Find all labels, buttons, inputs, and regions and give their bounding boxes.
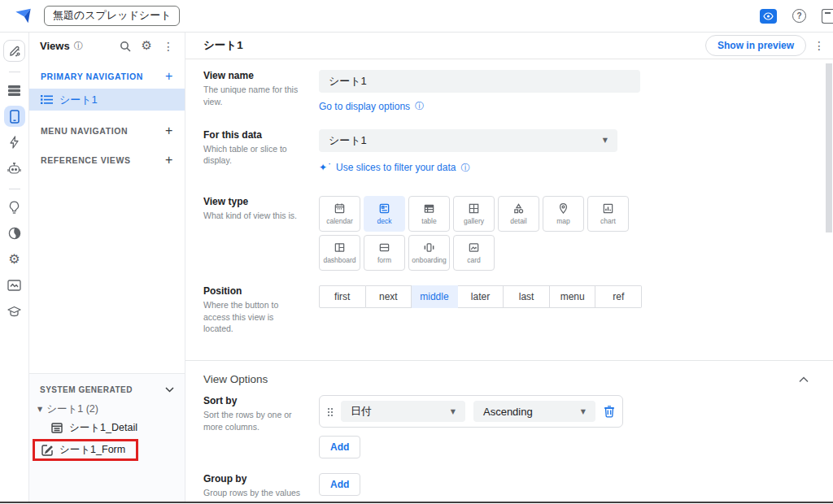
display-options-link-label: Go to display options [319, 101, 410, 112]
view-options-header[interactable]: View Options [203, 373, 833, 385]
info-icon[interactable]: ⓘ [415, 100, 424, 112]
annotation-red-box: シート1_Form [33, 439, 138, 461]
view-name-desc: The unique name for this view. [203, 84, 304, 107]
document-title[interactable]: 無題のスプレッドシート [44, 6, 180, 26]
view-settings-form: View name The unique name for this view.… [185, 59, 833, 502]
add-primary-view-button[interactable]: + [165, 69, 173, 84]
view-name-input[interactable] [319, 70, 640, 93]
for-data-select[interactable]: シート1 ▼ [319, 129, 617, 152]
position-middle[interactable]: middle [412, 285, 458, 308]
system-generated-header[interactable]: SYSTEM GENERATED [29, 381, 185, 398]
system-group-label: シート1 (2) [46, 402, 98, 416]
position-first[interactable]: first [319, 285, 366, 308]
tile-label: detail [510, 217, 526, 225]
gear-icon[interactable]: ⚙ [142, 40, 152, 52]
add-menu-view-button[interactable]: + [165, 124, 173, 138]
add-sort-button[interactable]: Add [319, 436, 360, 458]
view-type-deck[interactable]: deck [364, 196, 405, 232]
section-divider [185, 360, 833, 361]
position-next[interactable]: next [366, 285, 412, 308]
show-in-preview-button[interactable]: Show in preview [705, 35, 806, 56]
add-group-button[interactable]: Add [319, 473, 360, 496]
view-type-dashboard[interactable]: dashboard [319, 235, 360, 271]
caret-down-icon: ▼ [451, 408, 456, 415]
launch-icon[interactable] [3, 40, 25, 62]
position-segmented-control: first next middle later last menu ref [319, 285, 642, 308]
sidebar-item-label: シート1 [59, 93, 98, 107]
position-row: Position Where the button to access this… [203, 285, 833, 335]
add-reference-view-button[interactable]: + [165, 153, 173, 167]
help-icon[interactable]: ? [792, 9, 806, 23]
info-icon[interactable]: ⓘ [460, 162, 469, 174]
idea-bulb-icon[interactable] [4, 197, 25, 218]
reference-views-header[interactable]: REFERENCE VIEWS + [29, 150, 185, 170]
system-generated-panel: SYSTEM GENERATED ▼ シート1 (2) シート1_Detail [29, 373, 185, 502]
view-type-onboarding[interactable]: onboarding [408, 235, 450, 271]
scrollbar-thumb[interactable] [826, 63, 832, 232]
tile-label: card [467, 256, 481, 264]
clipped-icon[interactable] [822, 9, 833, 24]
view-type-map[interactable]: map [543, 196, 584, 232]
preview-eye-icon[interactable] [760, 9, 777, 24]
tile-label: chart [600, 217, 616, 225]
info-icon[interactable]: ⓘ [74, 40, 83, 52]
dashboard-icon [334, 241, 346, 254]
view-type-calendar[interactable]: calendar [319, 196, 360, 232]
caret-down-icon: ▼ [603, 137, 608, 144]
kebab-icon[interactable]: ⋮ [813, 39, 825, 52]
view-type-detail[interactable]: detail [498, 196, 539, 232]
learn-graduation-icon[interactable] [4, 301, 25, 322]
sidebar-header-actions: ⚙ ⋮ [120, 40, 174, 53]
sort-order-select[interactable]: Ascending ▼ [473, 401, 595, 422]
tile-label: gallery [464, 217, 484, 225]
position-ref[interactable]: ref [595, 285, 642, 308]
sort-by-label: Sort by [203, 395, 304, 406]
search-icon[interactable] [120, 41, 131, 52]
view-type-gallery[interactable]: gallery [453, 196, 495, 232]
use-slices-link-label: Use slices to filter your data [336, 162, 456, 173]
sidebar-item-sheet1-form[interactable]: シート1_Form [59, 443, 125, 457]
delete-sort-icon[interactable] [604, 405, 615, 418]
use-slices-link[interactable]: ✦˙ Use slices to filter your data ⓘ [319, 162, 469, 174]
view-type-chart[interactable]: chart [587, 196, 629, 232]
sort-column-select[interactable]: 日付 ▼ [341, 401, 465, 422]
detail-icon [512, 202, 525, 215]
primary-navigation-label: PRIMARY NAVIGATION [41, 72, 143, 81]
display-options-link[interactable]: Go to display options ⓘ [319, 100, 424, 112]
system-group-sheet1[interactable]: ▼ シート1 (2) [29, 400, 185, 418]
group-by-row: Group by Group rows by the values in one… [203, 473, 833, 502]
globe-icon[interactable] [4, 223, 25, 244]
data-icon[interactable] [4, 80, 25, 101]
primary-navigation-header[interactable]: PRIMARY NAVIGATION + [29, 67, 185, 86]
sidebar-item-sheet1[interactable]: シート1 [29, 89, 185, 111]
app-phone-icon[interactable] [4, 106, 25, 127]
position-menu[interactable]: menu [550, 285, 596, 308]
kebab-icon[interactable]: ⋮ [163, 40, 174, 53]
sort-column-value: 日付 [351, 404, 372, 419]
main-panel: シート1 Show in preview ⋮ View name The uni… [185, 33, 833, 502]
tile-label: form [377, 256, 391, 264]
view-type-form[interactable]: form [364, 235, 405, 271]
view-type-table[interactable]: table [408, 196, 450, 232]
drag-handle-icon[interactable] [327, 407, 333, 416]
views-sidebar: Views ⓘ ⚙ ⋮ PRIMARY NAVIGATION + シート [29, 33, 185, 502]
media-icon[interactable] [4, 275, 25, 296]
view-type-card[interactable]: card [453, 235, 495, 271]
chevron-down-icon[interactable] [165, 387, 174, 393]
expand-triangle-icon[interactable]: ▼ [37, 406, 42, 413]
calendar-icon [334, 202, 346, 215]
position-later[interactable]: later [458, 285, 504, 308]
reference-views-label: REFERENCE VIEWS [41, 155, 131, 165]
position-last[interactable]: last [504, 285, 550, 308]
automation-bolt-icon[interactable] [4, 132, 25, 153]
chevron-up-icon[interactable] [799, 376, 809, 383]
sort-by-row: Sort by Sort the rows by one or more col… [203, 395, 833, 458]
settings-gear-icon[interactable]: ⚙ [4, 249, 25, 270]
chatbot-icon[interactable] [4, 158, 25, 179]
menu-navigation-header[interactable]: MENU NAVIGATION + [29, 121, 185, 141]
sidebar-item-sheet1-detail[interactable]: シート1_Detail [29, 418, 185, 437]
appsheet-logo-icon[interactable] [13, 7, 33, 25]
position-desc: Where the button to access this view is … [203, 299, 304, 335]
content-area: ⚙ Views ⓘ ⚙ ⋮ PRIMA [0, 33, 833, 502]
table-icon [423, 202, 435, 215]
